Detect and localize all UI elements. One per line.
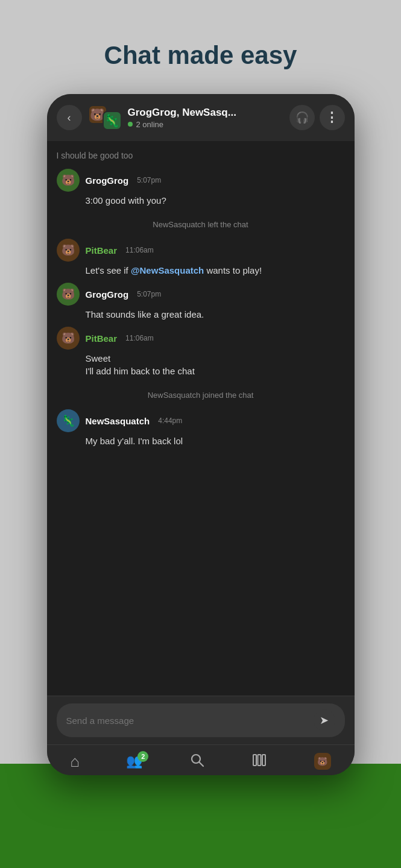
avatar: 🐻 — [57, 327, 80, 350]
message-group: 🐻 GrogGrog 5:07pm 3:00 good with you? — [57, 169, 345, 207]
nav-profile[interactable]: 🐻 — [314, 753, 331, 770]
message-text: 3:00 good with you? — [86, 194, 345, 207]
username: GrogGrog — [86, 289, 129, 300]
nav-home[interactable]: ⌂ — [70, 753, 80, 769]
bottom-nav: ⌂ 👥 2 — [47, 744, 355, 775]
header-avatars: 🐻 🦎 — [88, 105, 122, 130]
page-background: Chat made easy ‹ 🐻 🦎 GrogGrog, NewSasq..… — [0, 0, 401, 868]
system-message: NewSasquatch left the chat — [57, 213, 345, 236]
chat-input-area: ➤ — [47, 696, 355, 744]
message-group: 🐻 PitBear 11:06am Let's see if @NewSasqu… — [57, 239, 345, 277]
message-header: 🐻 GrogGrog 5:07pm — [57, 169, 345, 192]
headset-icon: 🎧 — [295, 111, 309, 124]
svg-line-1 — [199, 763, 203, 767]
message-group: 🦎 NewSasquatch 4:44pm My bad y'all. I'm … — [57, 409, 345, 447]
search-icon — [189, 752, 205, 770]
header-info: GrogGrog, NewSasq... 2 online — [128, 107, 283, 129]
message-input[interactable] — [66, 715, 308, 726]
nav-friends[interactable]: 👥 2 — [126, 755, 142, 768]
message-header: 🐻 GrogGrog 5:07pm — [57, 283, 345, 306]
header-actions: 🎧 ⋮ — [289, 105, 345, 130]
message-group: 🐻 PitBear 11:06am SweetI'll add him back… — [57, 327, 345, 377]
username: PitBear — [86, 245, 118, 256]
svg-rect-2 — [253, 755, 256, 766]
chat-name: GrogGrog, NewSasq... — [128, 107, 283, 119]
profile-avatar-icon: 🐻 — [317, 756, 327, 766]
friends-badge: 2 — [137, 751, 148, 762]
username: NewSasquatch — [86, 416, 150, 426]
avatar: 🐻 — [57, 239, 80, 262]
newsasquatch-avatar-icon: 🦎 — [104, 113, 119, 128]
timestamp: 5:07pm — [137, 176, 161, 184]
back-button[interactable]: ‹ — [57, 105, 82, 130]
message-header: 🐻 PitBear 11:06am — [57, 239, 345, 262]
message-header: 🦎 NewSasquatch 4:44pm — [57, 409, 345, 432]
message-group: 🐻 GrogGrog 5:07pm That sounds like a gre… — [57, 283, 345, 321]
username: GrogGrog — [86, 175, 129, 186]
chat-header: ‹ 🐻 🦎 GrogGrog, NewSasq... 2 online — [47, 94, 355, 141]
username: PitBear — [86, 333, 118, 344]
header-status: 2 online — [128, 120, 283, 129]
home-icon: ⌂ — [70, 753, 80, 769]
system-message: NewSasquatch joined the chat — [57, 383, 345, 407]
page-title: Chat made easy — [104, 41, 297, 70]
avatar: 🐻 — [57, 283, 80, 306]
more-icon: ⋮ — [325, 110, 339, 125]
avatar: 🦎 — [57, 409, 80, 432]
library-icon — [251, 752, 267, 770]
avatar: 🐻 — [57, 169, 80, 192]
nav-search[interactable] — [189, 752, 205, 770]
nav-library[interactable] — [251, 752, 267, 770]
timestamp: 11:06am — [125, 246, 154, 254]
timestamp: 4:44pm — [158, 417, 182, 425]
faded-message: I should be good too — [57, 147, 345, 166]
chat-input-wrapper: ➤ — [57, 703, 345, 737]
send-button[interactable]: ➤ — [314, 709, 335, 731]
more-button[interactable]: ⋮ — [320, 105, 345, 130]
back-icon: ‹ — [68, 112, 71, 124]
message-text: My bad y'all. I'm back lol — [86, 435, 345, 447]
message-text: SweetI'll add him back to the chat — [86, 352, 345, 377]
online-count: 2 online — [136, 120, 164, 129]
send-icon: ➤ — [320, 714, 329, 727]
mention: @NewSasquatch — [131, 265, 204, 275]
headset-button[interactable]: 🎧 — [289, 105, 315, 130]
message-header: 🐻 PitBear 11:06am — [57, 327, 345, 350]
message-text: Let's see if @NewSasquatch wants to play… — [86, 264, 345, 277]
phone-shell: ‹ 🐻 🦎 GrogGrog, NewSasq... 2 online — [47, 94, 355, 775]
timestamp: 11:06am — [125, 334, 154, 342]
message-text: That sounds like a great idea. — [86, 308, 345, 321]
svg-rect-4 — [262, 755, 265, 766]
chat-body[interactable]: I should be good too 🐻 GrogGrog 5:07pm 3… — [47, 141, 355, 696]
online-indicator — [128, 122, 133, 127]
profile-avatar: 🐻 — [314, 753, 331, 770]
svg-rect-3 — [258, 755, 261, 766]
avatar-newsasquatch: 🦎 — [103, 111, 122, 130]
timestamp: 5:07pm — [137, 290, 161, 298]
